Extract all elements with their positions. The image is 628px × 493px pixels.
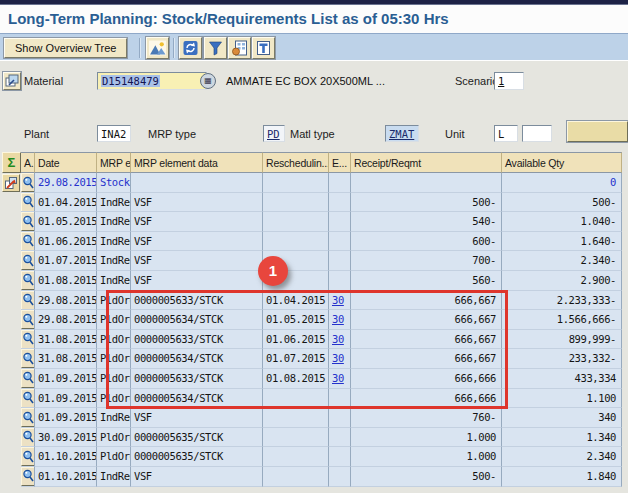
- cell-resched: 01.06.2015: [263, 330, 329, 350]
- row-leader-cell: [2, 467, 21, 487]
- material-description: AMMATE EC BOX 20X500ML ...: [226, 75, 385, 87]
- cell-details: [21, 467, 35, 487]
- cell-receipt: 666,666: [351, 369, 502, 389]
- cell-details: [21, 173, 35, 193]
- cell-data: 0000005633/STCK: [131, 330, 263, 350]
- annotation-badge: 1: [258, 256, 288, 286]
- cell-e: [329, 389, 351, 409]
- details-magnifier-button[interactable]: [21, 369, 35, 388]
- cell-receipt: 1.000: [351, 447, 502, 467]
- jump-to-stock-button[interactable]: [2, 174, 20, 192]
- overview-tree-toggle-button[interactable]: [3, 72, 21, 90]
- cell-e: 30: [329, 349, 351, 369]
- table-row: 01.07.2015IndReqVSF700-2.340-: [2, 251, 626, 271]
- column-header-mrp-element-data[interactable]: MRP element data: [131, 152, 263, 173]
- cell-details: [21, 389, 35, 409]
- details-magnifier-button[interactable]: [21, 310, 35, 329]
- details-magnifier-button[interactable]: [21, 349, 35, 368]
- scenario-input[interactable]: 1: [494, 72, 524, 90]
- table-row: 29.08.2015Stock0: [2, 173, 626, 193]
- unit-input[interactable]: L: [494, 125, 518, 142]
- plant-input[interactable]: INA2: [97, 125, 131, 142]
- checklist-icon[interactable]: [228, 37, 251, 59]
- header-side-button[interactable]: [567, 121, 628, 142]
- magnifier-icon: [22, 194, 34, 210]
- details-magnifier-button[interactable]: [21, 271, 35, 290]
- mrp-type-value[interactable]: PD: [263, 125, 285, 142]
- cell-details: [21, 271, 35, 291]
- column-header-rescheduling[interactable]: Reschedulin...: [263, 152, 329, 173]
- cell-avail: 340: [502, 408, 622, 428]
- cell-date: 01.06.2015: [35, 232, 97, 252]
- cell-e: [329, 193, 351, 213]
- row-leader-cell: [2, 251, 21, 271]
- exception-link[interactable]: 30: [332, 333, 344, 345]
- cell-mrp_el: PldOrd: [97, 369, 131, 389]
- magnifier-icon: [22, 429, 34, 445]
- cell-date: 31.08.2015: [35, 349, 97, 369]
- cell-date: 01.10.2015: [35, 447, 97, 467]
- unit-secondary-input[interactable]: [522, 125, 552, 142]
- details-magnifier-button[interactable]: [21, 330, 35, 349]
- cell-date: 30.09.2015: [35, 428, 97, 448]
- magnifier-icon: [22, 272, 34, 288]
- details-magnifier-button[interactable]: [21, 408, 35, 427]
- matl-type-label: Matl type: [290, 128, 335, 140]
- details-magnifier-button[interactable]: [21, 173, 35, 192]
- exception-link[interactable]: 30: [332, 352, 344, 364]
- cell-details: [21, 212, 35, 232]
- cell-e: 30: [329, 291, 351, 311]
- cell-mrp_el: IndReq: [97, 408, 131, 428]
- table-row: 30.09.2015PldOrd0000005635/STCK1.0001.34…: [2, 428, 626, 448]
- column-header-date[interactable]: Date: [35, 152, 97, 173]
- cell-resched: [263, 212, 329, 232]
- details-magnifier-button[interactable]: [21, 467, 35, 486]
- details-magnifier-button[interactable]: [21, 251, 35, 270]
- column-header-receipt-reqmt[interactable]: Receipt/Reqmt: [351, 152, 502, 173]
- exception-link[interactable]: 30: [332, 372, 344, 384]
- show-overview-tree-button[interactable]: Show Overview Tree: [4, 38, 127, 58]
- matl-type-value[interactable]: ZMAT: [385, 125, 419, 142]
- cell-avail: 2.340: [502, 447, 622, 467]
- filter-icon[interactable]: [204, 37, 227, 59]
- cell-resched: 01.07.2015: [263, 349, 329, 369]
- totals-sigma-button[interactable]: Σ: [2, 152, 21, 173]
- cell-receipt: 700-: [351, 251, 502, 271]
- cell-avail: 500-: [502, 193, 622, 213]
- graphic-icon[interactable]: [146, 37, 169, 59]
- unit-label: Unit: [445, 128, 465, 140]
- column-header-exception[interactable]: E...: [329, 152, 351, 173]
- details-magnifier-button[interactable]: [21, 232, 35, 251]
- cell-mrp_el: IndReq: [97, 467, 131, 487]
- cell-mrp_el: PldOrd: [97, 447, 131, 467]
- details-magnifier-button[interactable]: [21, 291, 35, 310]
- matchcode-icon[interactable]: ▦: [200, 73, 216, 89]
- table-header-row: Σ A.. Date MRP el... MRP element data Re…: [2, 152, 626, 173]
- refresh-icon[interactable]: [179, 37, 202, 59]
- material-input[interactable]: D15148479: [97, 72, 207, 90]
- cell-avail: 433,334: [502, 369, 622, 389]
- column-header-available-qty[interactable]: Available Qty: [502, 152, 622, 173]
- details-magnifier-button[interactable]: [21, 389, 35, 408]
- cell-e: [329, 173, 351, 193]
- details-magnifier-button[interactable]: [21, 428, 35, 447]
- table-row: 01.04.2015IndReqVSF500-500-: [2, 193, 626, 213]
- layout-icon[interactable]: [252, 37, 275, 59]
- exception-link[interactable]: 30: [332, 313, 344, 325]
- details-magnifier-button[interactable]: [21, 447, 35, 466]
- stock-requirements-table: Σ A.. Date MRP el... MRP element data Re…: [2, 152, 626, 487]
- details-magnifier-button[interactable]: [21, 212, 35, 231]
- table-row: 01.09.2015PldOrd0000005634/STCK666,6661.…: [2, 389, 626, 409]
- magnifier-icon: [22, 312, 34, 328]
- cell-data: 0000005633/STCK: [131, 291, 263, 311]
- cell-mrp_el: PldOrd: [97, 389, 131, 409]
- column-header-mrp-el[interactable]: MRP el...: [97, 152, 131, 173]
- column-header-a[interactable]: A..: [21, 152, 35, 173]
- exception-link[interactable]: 30: [332, 294, 344, 306]
- cell-e: [329, 428, 351, 448]
- cell-avail: 899,999-: [502, 330, 622, 350]
- cell-e: 30: [329, 330, 351, 350]
- cell-avail: 0: [502, 173, 622, 193]
- cell-avail: 1.840: [502, 467, 622, 487]
- details-magnifier-button[interactable]: [21, 193, 35, 212]
